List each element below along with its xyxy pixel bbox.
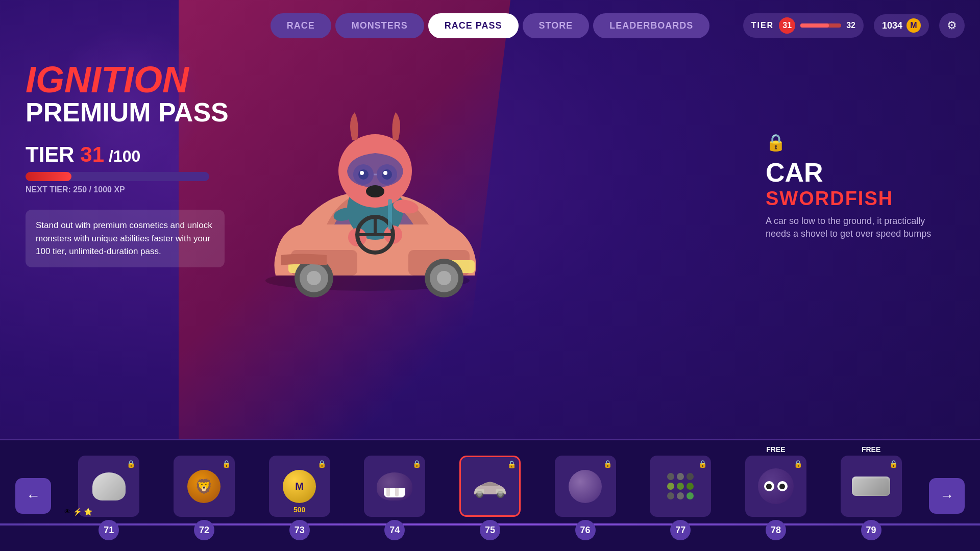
item-inner-77 [660,468,701,504]
tier-badge-78: 78 [766,520,786,540]
carousel-items-container: FREE 🔒 71 FREE 🔒 🦁 👁⚡⭐ 72 [61,445,919,540]
carousel-item-72: FREE 🔒 🦁 👁⚡⭐ 72 [174,445,235,540]
lock-icon-79: 🔒 [889,460,898,468]
item-box-72[interactable]: 🔒 🦁 [174,456,235,517]
currency-icon: M [906,18,921,33]
tier-bar-container [800,23,841,28]
tier-badge-79: 79 [861,520,881,540]
dots-illustration-77 [667,473,694,499]
helmet-illustration-71 [92,472,126,500]
tier-badge-71: 71 [99,520,119,540]
item-inner-72: 🦁 [184,468,225,504]
item-inner-79 [851,468,892,504]
item-box-78[interactable]: 🔒 [745,456,806,517]
free-label-79: FREE [862,445,880,454]
item-box-75[interactable]: 🔒 [459,456,521,517]
tier-number-display: TIER 31 /100 [26,142,229,167]
svg-rect-28 [388,199,392,230]
bottom-carousel: ← FREE 🔒 71 FREE 🔒 🦁 👁⚡⭐ [0,439,980,551]
mouth-illustration-74 [377,472,412,500]
tier-word: TIER [26,142,80,166]
svg-rect-34 [496,489,505,493]
item-inner-71 [88,468,129,504]
nav-monsters-button[interactable]: MONSTERS [335,13,424,38]
carousel-item-74: FREE 🔒 74 [364,445,425,540]
carousel-item-76: FREE 🔒 76 [555,445,616,540]
monster-illustration-72: 🦁 [187,470,220,503]
item-box-76[interactable]: 🔒 [555,456,616,517]
ball-illustration-76 [569,470,602,503]
car-illustration-75 [470,475,510,498]
car-name: SWORDFISH [766,188,939,210]
svg-point-18 [358,169,369,180]
teeth-74 [384,488,405,497]
item-box-74[interactable]: 🔒 [364,456,425,517]
carousel-item-78: FREE 🔒 78 [745,445,806,540]
svg-point-22 [366,185,384,197]
tier-next-badge: 32 [846,21,855,30]
pass-title-ignition: IGNITION [26,61,229,98]
nav-race-pass-button[interactable]: RACE PASS [428,13,519,38]
carousel-next-button[interactable]: → [929,478,965,514]
pass-title-premium: PREMIUM PASS [26,98,229,127]
carousel-prev-button[interactable]: ← [15,478,51,514]
svg-point-7 [307,271,321,285]
nav-race-button[interactable]: RACE [271,13,331,38]
coin-amount-73: 500 [293,506,305,514]
icons-overlay-72: 👁⚡⭐ [64,508,92,516]
tier-badge-76: 76 [575,520,596,540]
carousel-item-71: FREE 🔒 71 [78,445,139,540]
currency-amount: 1034 [882,20,902,31]
item-inner-76 [565,468,606,504]
carousel-item-77: FREE 🔒 77 [650,445,711,540]
svg-rect-33 [475,489,484,493]
coin-illustration-73: M [283,470,316,503]
carousel-item-79: FREE 🔒 79 [841,445,902,540]
lock-icon-73: 🔒 [317,460,326,468]
tier-badge-72: 72 [194,520,214,540]
right-panel: 🔒 CAR SWORDFISH A car so low to the grou… [766,133,939,240]
car-display-area [189,41,546,337]
tier-progress-bar-fill [800,23,829,28]
bumper-illustration-79 [852,477,890,496]
lock-icon-76: 🔒 [603,460,612,468]
xp-bar-bg [26,172,209,181]
left-eye-78 [764,481,774,491]
item-box-79[interactable]: 🔒 [841,456,902,517]
eyes-illustration-78 [758,468,794,504]
lock-icon-74: 🔒 [412,460,421,468]
xp-bar-fill [26,172,71,181]
item-inner-78 [755,468,796,504]
tier-badge-74: 74 [384,520,405,540]
lock-icon-large: 🔒 [766,133,939,152]
carousel-item-75: FREE 🔒 75 [459,445,521,540]
lock-icon-78: 🔒 [794,460,802,468]
lock-icon-72: 🔒 [222,460,231,468]
tier-badge-77: 77 [670,520,691,540]
free-label-78: FREE [766,445,785,454]
item-box-77[interactable]: 🔒 [650,456,711,517]
tier-total: /100 [104,147,140,165]
tier-current-badge: 31 [779,17,795,34]
settings-button[interactable]: ⚙ [939,13,965,38]
car-description: A car so low to the ground, it practical… [766,215,939,240]
description-text: Stand out with premium cosmetics and unl… [36,219,214,258]
next-tier-text: NEXT TIER: 250 / 1000 XP [26,185,229,194]
nav-store-button[interactable]: STORE [523,13,590,38]
tier-progress-bar-bg [800,23,841,28]
tier-badge-73: 73 [289,520,310,540]
description-box: Stand out with premium cosmetics and unl… [26,210,225,267]
right-eye-78 [777,481,788,491]
item-inner-75 [470,468,510,504]
svg-point-20 [360,171,364,175]
currency-display: 1034 M [874,14,929,37]
svg-point-21 [383,171,387,175]
tier-num: 31 [80,142,104,166]
item-inner-73: M [279,468,320,504]
svg-point-10 [437,271,451,285]
tier-badge-75: 75 [480,520,500,540]
nav-leaderboards-button[interactable]: LEADERBOARDS [593,13,709,38]
item-inner-74 [374,468,415,504]
car-category-label: CAR [766,157,939,188]
lock-icon-77: 🔒 [698,460,707,468]
